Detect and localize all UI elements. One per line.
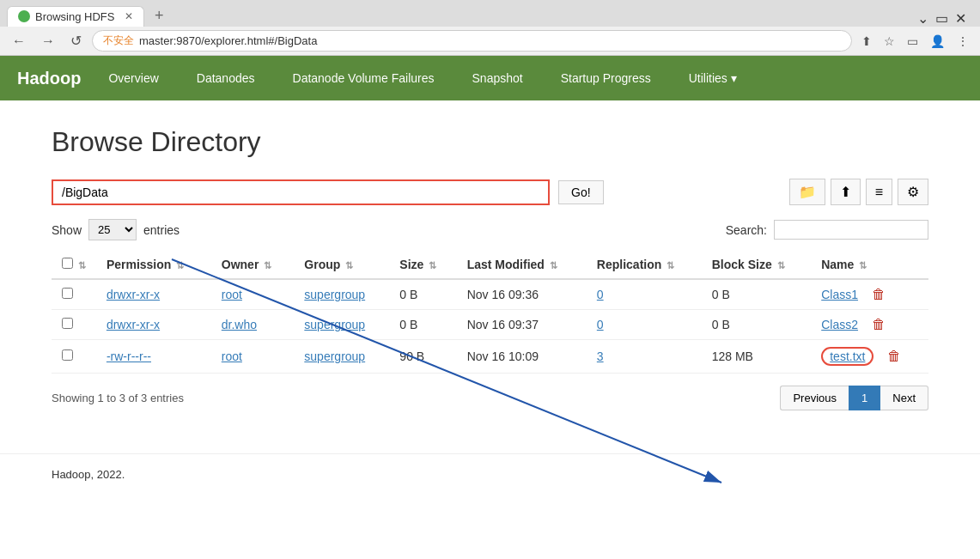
row1-permission: drwxr-xr-x <box>96 279 211 310</box>
header-owner: Owner ⇅ <box>211 251 295 279</box>
table-row: drwxr-xr-x root supergroup 0 B Nov 16 09… <box>52 279 928 310</box>
icon-buttons: 📁 ⬆ ≡ ⚙ <box>789 179 928 205</box>
nav-overview[interactable]: Overview <box>98 56 168 100</box>
back-button[interactable]: ← <box>7 32 31 51</box>
size-sort-icon[interactable]: ⇅ <box>429 260 436 270</box>
profile-button[interactable]: 👤 <box>926 32 949 51</box>
row1-checkbox[interactable] <box>62 288 73 299</box>
nav-utilities-dropdown[interactable]: Utilities ▾ <box>679 56 747 100</box>
main-content: Browse Directory Go! 📁 ⬆ ≡ ⚙ Show 25 50 … <box>0 100 980 436</box>
header-block-size: Block Size ⇅ <box>702 251 812 279</box>
group-sort-icon[interactable]: ⇅ <box>345 260 353 270</box>
window-maximize-button[interactable]: ▭ <box>935 10 947 22</box>
nav-utilities[interactable]: Utilities ▾ <box>679 56 747 100</box>
pagination: Previous 1 Next <box>780 386 928 410</box>
entries-label: entries <box>143 223 180 237</box>
row3-checkbox[interactable] <box>62 349 73 361</box>
row3-group: supergroup <box>294 340 389 374</box>
table-row: drwxr-xr-x dr.who supergroup 0 B Nov 16 … <box>52 310 928 340</box>
header-size: Size ⇅ <box>389 251 456 279</box>
next-button[interactable]: Next <box>880 386 928 410</box>
address-bar[interactable]: 不安全 master:9870/explorer.html#/BigData <box>92 30 852 52</box>
nav-datanodes[interactable]: Datanodes <box>186 56 265 100</box>
path-input[interactable] <box>52 179 550 205</box>
table-container: ⇅ Permission ⇅ Owner ⇅ Group ⇅ <box>52 251 928 374</box>
browser-actions: ⬆ ☆ ▭ 👤 ⋮ <box>857 32 973 51</box>
row3-blocksize: 128 MB <box>702 340 812 374</box>
row2-checkbox[interactable] <box>62 318 73 329</box>
bookmark-button[interactable]: ☆ <box>880 32 899 51</box>
new-tab-button[interactable]: + <box>148 5 171 27</box>
share-button[interactable]: ⬆ <box>857 32 876 51</box>
row2-replication: 0 <box>587 310 702 340</box>
tab-bar: Browsing HDFS ✕ + ⌄ ▭ ✕ <box>0 0 980 27</box>
row1-lastmod: Nov 16 09:36 <box>457 279 587 310</box>
row3-replication: 3 <box>587 340 702 374</box>
window-minimize-button[interactable]: ⌄ <box>916 10 928 22</box>
forward-button[interactable]: → <box>36 32 60 51</box>
security-warning: 不安全 <box>103 33 134 48</box>
list-icon-button[interactable]: ≡ <box>866 179 892 205</box>
tab-close-button[interactable]: ✕ <box>125 10 133 22</box>
row2-permission: drwxr-xr-x <box>96 310 211 340</box>
blocksize-sort-icon[interactable]: ⇅ <box>777 260 785 270</box>
split-view-button[interactable]: ▭ <box>903 32 922 51</box>
search-label: Search: <box>726 223 767 237</box>
row1-blocksize: 0 B <box>702 279 812 310</box>
show-entries-row: Show 25 50 100 entries Search: <box>52 219 928 240</box>
permission-sort-icon[interactable]: ⇅ <box>176 260 184 270</box>
header-last-modified: Last Modified ⇅ <box>457 251 587 279</box>
nav-datanode-volume-failures[interactable]: Datanode Volume Failures <box>283 56 445 100</box>
owner-sort-icon[interactable]: ⇅ <box>264 260 271 270</box>
name-sort-icon[interactable]: ⇅ <box>859 260 867 270</box>
row3-size: 90 B <box>389 340 456 374</box>
row3-permission: -rw-r--r-- <box>96 340 211 374</box>
row3-delete-button[interactable]: 🗑 <box>887 349 901 363</box>
files-table: ⇅ Permission ⇅ Owner ⇅ Group ⇅ <box>52 251 928 374</box>
address-text: master:9870/explorer.html#/BigData <box>139 34 317 47</box>
pagination-row: Showing 1 to 3 of 3 entries Previous 1 N… <box>52 386 928 410</box>
row1-delete-button[interactable]: 🗑 <box>872 287 886 301</box>
active-tab[interactable]: Browsing HDFS ✕ <box>7 6 144 27</box>
upload-icon-button[interactable]: ⬆ <box>831 179 861 205</box>
menu-button[interactable]: ⋮ <box>953 32 973 51</box>
row2-owner: dr.who <box>211 310 295 340</box>
navbar-brand[interactable]: Hadoop <box>17 57 81 100</box>
header-checkbox-col: ⇅ <box>52 251 96 279</box>
lastmod-sort-icon[interactable]: ⇅ <box>550 260 557 270</box>
footer: Hadoop, 2022. <box>0 453 980 495</box>
table-header-row: ⇅ Permission ⇅ Owner ⇅ Group ⇅ <box>52 251 928 279</box>
address-bar-row: ← → ↺ 不安全 master:9870/explorer.html#/Big… <box>0 27 980 55</box>
window-close-button[interactable]: ✕ <box>954 10 966 22</box>
header-permission: Permission ⇅ <box>96 251 211 279</box>
previous-button[interactable]: Previous <box>780 386 849 410</box>
go-button[interactable]: Go! <box>558 180 604 204</box>
search-input[interactable] <box>774 220 928 240</box>
row2-delete-button[interactable]: 🗑 <box>872 317 886 331</box>
row1-size: 0 B <box>389 279 456 310</box>
nav-snapshot[interactable]: Snapshot <box>462 56 533 100</box>
entries-select[interactable]: 25 50 100 <box>88 219 137 240</box>
row2-lastmod: Nov 16 09:37 <box>457 310 587 340</box>
row1-group: supergroup <box>294 279 389 310</box>
header-group: Group ⇅ <box>294 251 389 279</box>
row3-lastmod: Nov 16 10:09 <box>457 340 587 374</box>
show-label: Show <box>52 223 82 237</box>
nav-startup-progress[interactable]: Startup Progress <box>551 56 661 100</box>
navbar: Hadoop Overview Datanodes Datanode Volum… <box>0 56 980 100</box>
row2-name: Class2 🗑 <box>811 310 928 340</box>
refresh-button[interactable]: ↺ <box>65 31 87 51</box>
replication-sort-icon[interactable]: ⇅ <box>667 260 674 270</box>
row3-checkbox-cell <box>52 340 96 374</box>
settings-icon-button[interactable]: ⚙ <box>898 179 928 205</box>
folder-icon-button[interactable]: 📁 <box>789 179 825 205</box>
row3-owner: root <box>211 340 295 374</box>
row3-name: test.txt 🗑 <box>811 340 928 374</box>
page-1-button[interactable]: 1 <box>849 386 880 410</box>
select-all-checkbox[interactable] <box>62 258 73 269</box>
tab-title: Browsing HDFS <box>35 10 114 23</box>
sort-icon[interactable]: ⇅ <box>78 260 86 270</box>
row2-blocksize: 0 B <box>702 310 812 340</box>
header-name: Name ⇅ <box>811 251 928 279</box>
row1-name: Class1 🗑 <box>811 279 928 310</box>
